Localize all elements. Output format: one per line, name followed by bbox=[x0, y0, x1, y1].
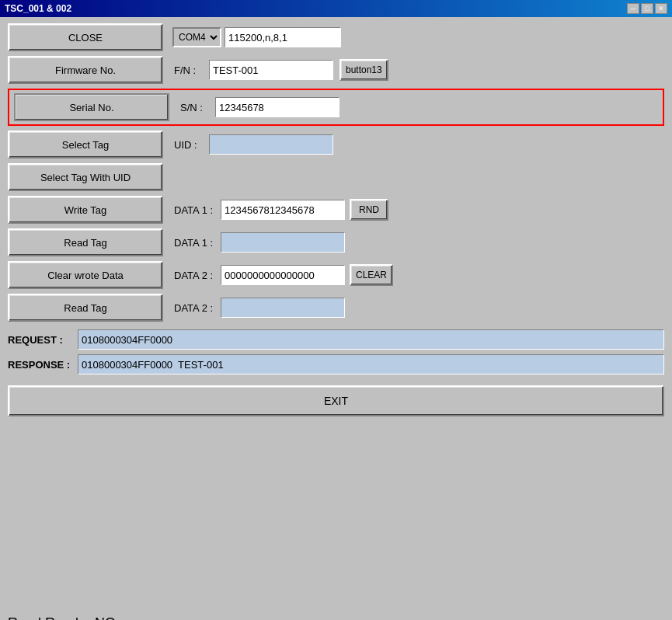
request-label: REQUEST : bbox=[8, 334, 78, 346]
response-label: RESPONSE : bbox=[8, 359, 78, 371]
data1-read-label: DATA 1 : bbox=[174, 237, 221, 249]
serial-highlight-box: Serial No. S/N : bbox=[8, 89, 664, 126]
button13[interactable]: button13 bbox=[339, 59, 388, 81]
response-field[interactable] bbox=[78, 354, 664, 374]
data2-write-field[interactable] bbox=[221, 265, 345, 285]
data2-read-field[interactable] bbox=[221, 298, 345, 318]
read-tag2-row: Read Tag DATA 2 : bbox=[8, 294, 664, 322]
select-tag-row: Select Tag UID : bbox=[8, 131, 664, 158]
window-title: TSC_001 & 002 bbox=[5, 3, 71, 14]
com-select[interactable]: COM4 bbox=[172, 27, 221, 47]
request-field[interactable] bbox=[78, 329, 664, 350]
serial-button[interactable]: Serial No. bbox=[14, 93, 169, 121]
fn-field[interactable] bbox=[209, 60, 333, 80]
write-tag-button[interactable]: Write Tag bbox=[8, 196, 163, 224]
maximize-button[interactable]: □ bbox=[641, 3, 653, 14]
title-bar: TSC_001 & 002 ─ □ ✕ bbox=[0, 0, 672, 17]
clear-wrote-button[interactable]: Clear wrote Data bbox=[8, 261, 163, 289]
select-tag-uid-button[interactable]: Select Tag With UID bbox=[8, 163, 163, 191]
read-tag1-row: Read Tag DATA 1 : bbox=[8, 228, 664, 256]
baud-field[interactable] bbox=[225, 27, 341, 47]
data1-read-field[interactable] bbox=[221, 232, 345, 253]
data2-write-label: DATA 2 : bbox=[174, 270, 221, 281]
read-tag2-button[interactable]: Read Tag bbox=[8, 294, 163, 322]
select-tag-button[interactable]: Select Tag bbox=[8, 131, 163, 158]
exit-button[interactable]: EXIT bbox=[8, 385, 664, 416]
read-tag1-button[interactable]: Read Tag bbox=[8, 228, 163, 256]
firmware-row: Firmware No. F/N : button13 bbox=[8, 56, 664, 84]
data1-write-label: DATA 1 : bbox=[174, 204, 221, 216]
clear-button[interactable]: CLEAR bbox=[350, 264, 393, 286]
write-tag-row: Write Tag DATA 1 : RND bbox=[8, 196, 664, 224]
rnd-button[interactable]: RND bbox=[350, 199, 388, 221]
main-panel: CLOSE COM4 Firmware No. F/N : button13 S… bbox=[0, 17, 672, 608]
data1-write-field[interactable] bbox=[221, 200, 345, 220]
data2-read-label: DATA 2 : bbox=[174, 302, 221, 314]
sn-field[interactable] bbox=[215, 97, 339, 117]
request-row: REQUEST : bbox=[8, 329, 664, 350]
response-row: RESPONSE : bbox=[8, 354, 664, 374]
close-row: CLOSE COM4 bbox=[8, 23, 664, 51]
uid-field[interactable] bbox=[209, 134, 333, 155]
window-close-button[interactable]: ✕ bbox=[655, 3, 667, 14]
uid-label: UID : bbox=[174, 139, 209, 151]
minimize-button[interactable]: ─ bbox=[627, 3, 639, 14]
footer-text: Read Reader NO bbox=[0, 612, 672, 620]
close-button[interactable]: CLOSE bbox=[8, 23, 163, 51]
fn-label: F/N : bbox=[174, 64, 209, 76]
sn-label: S/N : bbox=[180, 102, 215, 113]
clear-wrote-row: Clear wrote Data DATA 2 : CLEAR bbox=[8, 261, 664, 289]
firmware-button[interactable]: Firmware No. bbox=[8, 56, 163, 84]
window-controls: ─ □ ✕ bbox=[627, 3, 667, 14]
select-tag-uid-row: Select Tag With UID bbox=[8, 163, 664, 191]
